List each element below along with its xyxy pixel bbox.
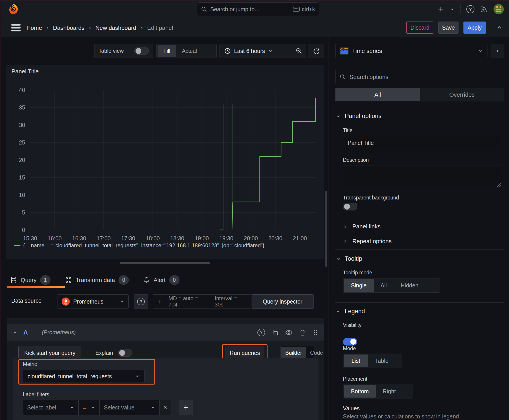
breadcrumb-bar: Home › Dashboards › New dashboard › Edit… [0,18,509,37]
query-ref-id: A [23,329,28,336]
chevron-down-icon [336,309,341,314]
actions-divider [491,23,491,32]
tab-alert[interactable]: Alert 0 [143,275,179,285]
breadcrumb-new-dashboard[interactable]: New dashboard [95,24,136,31]
hide-query-icon[interactable] [285,329,292,336]
legend-mode-group: List Table [343,354,402,368]
panel-title-input[interactable] [343,136,502,150]
table-view-toggle[interactable] [134,47,149,55]
datasource-help-button[interactable]: ? [134,294,148,309]
search-input[interactable] [210,6,290,13]
query-inspector-button[interactable]: Query inspector [251,294,313,309]
options-search-input[interactable] [349,74,500,81]
discard-button[interactable]: Discard [406,22,433,34]
breadcrumb-home[interactable]: Home [26,24,42,31]
select-label-dropdown[interactable]: Select label [23,400,79,415]
panel-links-section-header[interactable]: Panel links [343,223,381,230]
legend-visibility-label: Visibility [343,322,362,328]
chevron-down-icon [135,374,140,379]
add-new-button[interactable] [437,6,444,13]
code-mode-button[interactable]: Code [306,347,327,359]
grafana-logo-icon[interactable] [8,3,19,15]
refresh-button[interactable] [308,44,324,58]
transparent-bg-label: Transparent background [343,195,399,201]
svg-text:17:30: 17:30 [121,235,135,241]
search-icon [201,6,207,12]
tab-transform-data[interactable]: Transform data 0 [65,275,129,285]
builder-mode-button[interactable]: Builder [281,347,306,359]
menu-toggle-icon[interactable] [11,24,21,31]
add-new-chevron-icon[interactable] [450,7,455,11]
zoom-out-button[interactable] [292,44,306,58]
tooltip-hidden-button[interactable]: Hidden [393,279,425,292]
select-value-dropdown[interactable]: Select value [100,400,159,415]
legend-section-header[interactable]: Legend [336,308,365,315]
svg-text:20:30: 20:30 [268,235,282,241]
chevron-down-icon[interactable] [13,330,17,335]
table-view-label: Table view [99,48,124,54]
metric-select[interactable]: cloudflared_tunnel_total_requests [23,370,144,383]
legend-list-button[interactable]: List [344,354,368,367]
svg-text:15:30: 15:30 [23,235,37,241]
run-queries-button[interactable]: Run queries [226,346,264,360]
transparent-bg-toggle[interactable] [343,203,357,210]
drag-handle-icon[interactable] [313,329,319,336]
panel-links-heading: Panel links [352,223,381,230]
fill-mode-button[interactable]: Fill [158,45,176,57]
tooltip-section-header[interactable]: Tooltip [336,255,362,262]
description-textarea[interactable] [343,165,502,188]
remove-filter-button[interactable]: × [159,400,171,415]
global-search[interactable]: ctrl+k [197,2,319,16]
placement-bottom-button[interactable]: Bottom [344,385,376,398]
chevron-down-icon [151,405,155,410]
news-rss-icon[interactable] [480,6,487,13]
operator-dropdown[interactable]: = [79,400,100,415]
query-row-header[interactable]: A (Prometheus) ? [7,324,324,341]
actual-mode-button[interactable]: Actual [176,45,203,57]
chevron-right-icon[interactable] [157,299,162,304]
collapse-header-icon[interactable] [496,24,503,31]
tab-overrides[interactable]: Overrides [420,88,504,101]
svg-text:18:30: 18:30 [170,235,184,241]
time-series-chart[interactable]: 051015202530354015:3016:0016:3017:0017:3… [6,65,324,259]
legend-table-button[interactable]: Table [368,354,396,367]
section-divider [335,302,504,303]
window-edge-left [0,0,1,420]
save-button[interactable]: Save [438,22,458,34]
svg-text:15: 15 [19,174,25,181]
tooltip-single-button[interactable]: Single [344,279,374,292]
tab-query[interactable]: Query 1 [10,275,51,285]
add-filter-button[interactable] [179,400,193,415]
apply-button[interactable]: Apply [463,22,486,34]
panel-options-section-header[interactable]: Panel options [336,113,381,120]
toggle-viz-picker-button[interactable] [491,44,504,58]
legend-values-hint: Select values or calculations to show in… [343,413,459,420]
tooltip-all-button[interactable]: All [374,279,394,292]
options-search[interactable] [335,70,504,84]
legend-visibility-toggle[interactable] [343,338,357,345]
delete-query-icon[interactable] [299,329,306,336]
horizontal-resize-handle[interactable] [120,262,210,264]
database-icon [10,276,17,284]
breadcrumb-dashboards[interactable]: Dashboards [53,24,84,31]
user-avatar[interactable] [493,4,504,15]
vertical-scrollbar[interactable] [326,191,327,267]
help-icon[interactable]: ? [466,5,474,13]
svg-text:5: 5 [22,209,25,216]
visualization-select[interactable]: Time series [335,44,487,58]
breadcrumb-separator: › [46,24,48,31]
explain-toggle[interactable] [118,349,132,357]
time-range-picker[interactable]: Last 6 hours [220,44,292,58]
repeat-options-section-header[interactable]: Repeat options [343,238,392,245]
query-editor-section: A (Prometheus) ? Kick start your query E… [7,318,324,420]
chevron-right-icon [495,48,500,53]
svg-text:25: 25 [19,139,25,146]
kick-start-query-button[interactable]: Kick start your query [18,346,81,360]
section-divider [335,234,504,234]
query-help-icon[interactable]: ? [258,329,265,336]
tab-all[interactable]: All [335,88,420,101]
placement-right-button[interactable]: Right [376,385,403,398]
window-edge-top [0,0,509,1]
duplicate-query-icon[interactable] [272,329,279,336]
datasource-select[interactable]: Prometheus [57,294,129,309]
